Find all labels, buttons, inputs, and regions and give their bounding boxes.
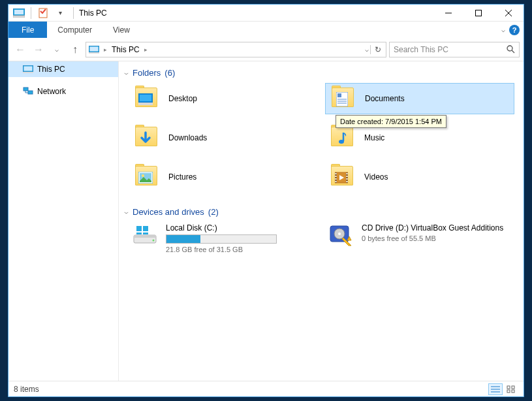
navigation-pane: This PC Network: [8, 61, 118, 381]
view-large-icons-button[interactable]: [504, 383, 518, 395]
section-header-drives[interactable]: ⌵ Devices and drives (2): [121, 203, 517, 222]
svg-rect-57: [507, 390, 510, 393]
folder-icon: [133, 86, 159, 112]
folder-label: Pictures: [168, 172, 196, 182]
svg-rect-15: [23, 72, 33, 73]
svg-rect-20: [138, 103, 153, 105]
chevron-down-icon: ⌵: [124, 209, 129, 215]
minimize-button[interactable]: [433, 5, 463, 22]
nav-item-this-pc[interactable]: This PC: [8, 61, 118, 77]
svg-rect-34: [336, 176, 337, 177]
svg-rect-55: [507, 386, 510, 389]
hdd-icon: [132, 223, 158, 247]
ribbon-expand-icon[interactable]: ⌵: [501, 26, 505, 33]
ribbon-tab-computer[interactable]: Computer: [47, 22, 102, 38]
chevron-right-icon[interactable]: ▸: [142, 46, 149, 53]
refresh-button[interactable]: ↻: [370, 45, 384, 54]
folder-icon: [329, 125, 355, 151]
svg-rect-46: [136, 233, 142, 234]
svg-rect-16: [23, 88, 28, 91]
drive-item-cd[interactable]: CD Drive (D:) VirtualBox Guest Additions…: [325, 222, 514, 255]
content-pane: ⌵ Folders (6) Desktop: [118, 61, 524, 381]
system-menu-icon[interactable]: [11, 6, 27, 20]
qat-dropdown-icon[interactable]: ▾: [52, 6, 68, 20]
chevron-down-icon: ⌵: [124, 70, 129, 76]
close-button[interactable]: [493, 5, 524, 22]
download-arrow-icon: [138, 131, 153, 146]
svg-rect-5: [476, 10, 482, 16]
svg-rect-38: [347, 176, 348, 177]
nav-up-button[interactable]: ↑: [67, 42, 83, 57]
folder-item-desktop[interactable]: Desktop: [129, 83, 319, 114]
drive-label: Local Disk (C:): [166, 223, 316, 233]
address-bar[interactable]: ▸ This PC ▸ ⌵ ↻: [86, 42, 386, 57]
search-icon: [507, 45, 515, 54]
window-title: This PC: [76, 8, 107, 18]
folder-item-videos[interactable]: Videos: [325, 161, 514, 193]
nav-item-network[interactable]: Network: [8, 84, 118, 99]
folder-icon: [329, 164, 355, 190]
folder-item-documents[interactable]: Documents: [325, 83, 514, 114]
svg-rect-37: [347, 173, 348, 174]
folder-item-downloads[interactable]: Downloads: [129, 122, 319, 153]
ribbon-tab-file[interactable]: File: [8, 22, 47, 38]
drive-sublabel: 0 bytes free of 55.5 MB: [362, 234, 512, 242]
svg-line-12: [512, 50, 514, 53]
folder-item-pictures[interactable]: Pictures: [129, 161, 319, 193]
drive-item-local-disk[interactable]: Local Disk (C:) 21.8 GB free of 31.5 GB: [129, 222, 319, 255]
svg-rect-14: [24, 67, 33, 71]
section-header-folders[interactable]: ⌵ Folders (6): [121, 64, 517, 83]
svg-rect-1: [14, 10, 23, 14]
svg-rect-58: [512, 390, 514, 393]
maximize-button[interactable]: [463, 5, 493, 22]
chevron-right-icon[interactable]: ▸: [102, 46, 109, 53]
drive-label: CD Drive (D:) VirtualBox Guest Additions: [362, 223, 512, 233]
svg-rect-40: [347, 181, 348, 182]
folder-icon: [133, 125, 159, 151]
titlebar: ▾ This PC: [8, 5, 524, 22]
svg-rect-44: [136, 226, 142, 231]
folder-label: Music: [364, 133, 384, 142]
folder-icon: [133, 164, 159, 190]
tooltip: Date created: 7/9/2015 1:54 PM: [336, 115, 446, 128]
help-icon[interactable]: ?: [509, 25, 520, 35]
section-title: Devices and drives: [133, 207, 204, 217]
music-note-icon: [334, 131, 349, 146]
svg-rect-39: [347, 178, 348, 180]
nav-back-button[interactable]: ←: [12, 42, 28, 57]
nav-item-label: This PC: [37, 65, 65, 74]
svg-rect-35: [336, 178, 337, 180]
svg-rect-19: [140, 95, 151, 101]
ribbon-tab-view[interactable]: View: [102, 22, 140, 38]
desktop-icon: [138, 92, 153, 106]
svg-rect-36: [336, 181, 337, 182]
address-history-dropdown[interactable]: ⌵: [365, 46, 369, 53]
search-placeholder: Search This PC: [394, 45, 448, 54]
svg-rect-47: [143, 233, 148, 234]
svg-point-26: [339, 140, 344, 144]
folder-icon: [330, 86, 356, 112]
statusbar-item-count: 8 items: [14, 385, 39, 394]
nav-recent-dropdown[interactable]: ⌵: [49, 42, 65, 57]
folder-label: Videos: [364, 172, 388, 182]
folder-label: Documents: [365, 94, 405, 103]
picture-icon: [138, 170, 153, 185]
document-icon: [335, 92, 349, 106]
nav-forward-button[interactable]: →: [31, 42, 46, 57]
qat-properties-icon[interactable]: [35, 6, 51, 20]
network-icon: [23, 86, 33, 97]
svg-rect-22: [337, 93, 341, 97]
film-icon: [334, 170, 349, 185]
drive-usage-bar: [166, 234, 277, 244]
section-title: Folders: [133, 68, 161, 78]
svg-point-29: [142, 174, 144, 177]
svg-rect-45: [143, 226, 148, 231]
section-count: (2): [208, 207, 219, 217]
view-details-button[interactable]: [488, 383, 503, 395]
svg-point-43: [153, 240, 155, 242]
section-count: (6): [164, 68, 175, 78]
search-input[interactable]: Search This PC: [389, 42, 520, 57]
breadcrumb-segment[interactable]: This PC: [109, 45, 142, 54]
svg-rect-17: [28, 91, 33, 94]
monitor-icon: [87, 44, 101, 56]
